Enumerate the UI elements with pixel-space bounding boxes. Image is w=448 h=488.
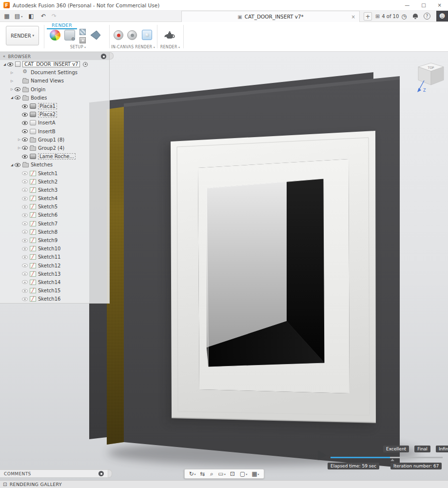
display-settings-icon[interactable]: ▢ ▾ (240, 470, 247, 477)
tree-row[interactable]: Placa2 (0, 110, 109, 119)
group-label-in-canvas-render[interactable]: IN-CANVAS RENDER (109, 45, 157, 49)
in-canvas-render-settings-icon[interactable] (127, 30, 137, 40)
tree-row[interactable]: ◢ Bodies (0, 94, 109, 102)
expander-icon[interactable]: ▷ (17, 146, 22, 150)
job-progress-clock-icon[interactable]: ◷ (400, 11, 409, 21)
viewcube-top-label[interactable]: TOP (427, 66, 434, 70)
file-menu-icon[interactable]: ▤▾ (13, 11, 24, 21)
tree-row[interactable]: Sketch11 (0, 253, 109, 261)
expander-icon[interactable]: ◢ (9, 163, 15, 167)
tree-row[interactable]: Sketch6 (0, 211, 109, 219)
visibility-eye-icon[interactable] (22, 222, 28, 225)
expander-icon[interactable]: ▷ (9, 71, 15, 75)
tree-row[interactable]: Sketch14 (0, 278, 109, 286)
tree-row[interactable]: Lame Roche... (0, 152, 109, 161)
notifications-bell-icon[interactable] (413, 14, 418, 18)
orbit-icon[interactable]: ↻ ▾ (189, 470, 195, 477)
grid-settings-icon[interactable]: ▦ ▾ (252, 470, 259, 477)
rendering-gallery-label[interactable]: RENDERING GALLERY (10, 482, 62, 487)
tree-row[interactable]: Sketch2 (0, 178, 109, 186)
tree-row[interactable]: Placa1 (0, 102, 109, 110)
tree-row[interactable]: Sketch16 (0, 295, 109, 303)
visibility-eye-icon[interactable] (22, 239, 28, 243)
decal-icon[interactable] (90, 29, 101, 41)
pan-icon[interactable]: ⇆ (200, 470, 206, 477)
tree-row[interactable]: InsertA (0, 119, 109, 127)
zoom-window-icon[interactable]: ▭ ▾ (218, 470, 225, 477)
visibility-eye-icon[interactable] (22, 171, 28, 175)
canvas-settings-icon[interactable] (79, 37, 86, 43)
comments-bar[interactable]: COMMENTS (0, 469, 108, 478)
tree-row[interactable]: Sketch12 (0, 262, 109, 270)
job-status[interactable]: ⊞ 4 of 10 (375, 11, 399, 22)
visibility-eye-icon[interactable] (22, 264, 28, 267)
visibility-eye-icon[interactable] (22, 138, 28, 142)
tree-row[interactable]: InsertB (0, 127, 109, 136)
viewcube[interactable]: TOP (418, 63, 444, 85)
tree-row[interactable]: Sketch10 (0, 244, 109, 253)
texture-map-controls-icon[interactable] (79, 29, 86, 35)
visibility-eye-icon[interactable] (22, 280, 28, 284)
expander-icon[interactable]: ▷ (9, 87, 15, 91)
save-icon[interactable]: ◧ (27, 11, 35, 21)
visibility-eye-icon[interactable] (22, 121, 28, 125)
visibility-eye-icon[interactable] (22, 205, 28, 209)
redo-icon[interactable]: ↷ (50, 11, 58, 21)
visibility-eye-icon[interactable] (22, 247, 28, 251)
close-tab-icon[interactable]: × (351, 14, 355, 20)
visibility-eye-icon[interactable] (22, 255, 28, 259)
visibility-eye-icon[interactable] (22, 272, 28, 276)
expander-icon[interactable] (2, 62, 7, 66)
tree-row[interactable]: Sketch8 (0, 228, 109, 236)
tree-row[interactable]: Sketch4 (0, 194, 109, 203)
workspace-switcher-button[interactable]: RENDER (6, 26, 39, 45)
visibility-eye-icon[interactable] (22, 146, 28, 150)
visibility-eye-icon[interactable] (22, 155, 28, 159)
tree-row[interactable]: Sketch13 (0, 270, 109, 278)
render-quality-button[interactable]: Excellent (383, 446, 409, 452)
visibility-eye-icon[interactable] (22, 188, 28, 192)
document-tab[interactable]: ▣ CAT_DOOR_INSERT v7* × (181, 11, 360, 22)
group-label-render[interactable]: RENDER (157, 45, 183, 49)
group-label-setup[interactable]: SETUP (47, 45, 109, 49)
tree-row[interactable]: Sketch3 (0, 186, 109, 194)
render-quality-button[interactable]: Final (414, 446, 430, 452)
expander-icon[interactable]: ▷ (9, 79, 15, 83)
tree-row[interactable]: ▷ Group1 (8) (0, 136, 109, 144)
expand-comments-icon[interactable] (98, 471, 104, 476)
tree-row[interactable]: Sketch7 (0, 220, 109, 228)
visibility-eye-icon[interactable] (22, 289, 28, 293)
render-progress-slider[interactable] (331, 457, 443, 458)
expander-icon[interactable]: ▷ (17, 138, 22, 142)
visibility-eye-icon[interactable] (22, 197, 28, 201)
activate-radio-icon[interactable] (83, 62, 88, 67)
fit-icon[interactable]: ⊡ (230, 470, 235, 477)
render-progress-marker[interactable] (390, 459, 394, 461)
maximize-button[interactable]: □ (421, 2, 426, 8)
capture-image-icon[interactable] (142, 30, 152, 40)
tree-row[interactable]: ▷ Group2 (4) (0, 144, 109, 152)
visibility-eye-icon[interactable] (22, 113, 28, 117)
appearance-color-wheel-icon[interactable] (50, 30, 60, 41)
tree-row[interactable]: ◢ Sketches (0, 161, 109, 169)
in-canvas-render-icon[interactable] (114, 30, 123, 40)
tree-row[interactable]: ▷ Document Settings (0, 68, 109, 77)
visibility-eye-icon[interactable] (7, 62, 13, 66)
app-grid-icon[interactable]: ▦ (3, 11, 11, 21)
tree-row[interactable]: Sketch15 (0, 286, 109, 295)
visibility-eye-icon[interactable] (22, 230, 28, 234)
panel-options-icon[interactable] (101, 54, 106, 59)
collapse-panel-icon[interactable]: « (3, 54, 5, 59)
tree-row[interactable]: Sketch9 (0, 236, 109, 244)
rendering-gallery-icon[interactable]: ⊡ (3, 482, 7, 487)
tab-render[interactable]: RENDER (47, 22, 77, 29)
scene-settings-icon[interactable] (64, 30, 75, 41)
visibility-eye-icon[interactable] (15, 96, 20, 100)
undo-icon[interactable]: ↶ (39, 11, 48, 21)
visibility-eye-icon[interactable] (22, 213, 28, 217)
tree-row[interactable]: Sketch1 (0, 169, 109, 177)
user-avatar[interactable]: ☻ (436, 11, 448, 21)
browser-root-item[interactable]: CAT_DOOR_INSERT v7 (0, 60, 109, 68)
new-tab-button[interactable]: + (364, 12, 372, 20)
expander-icon[interactable]: ◢ (9, 96, 15, 100)
